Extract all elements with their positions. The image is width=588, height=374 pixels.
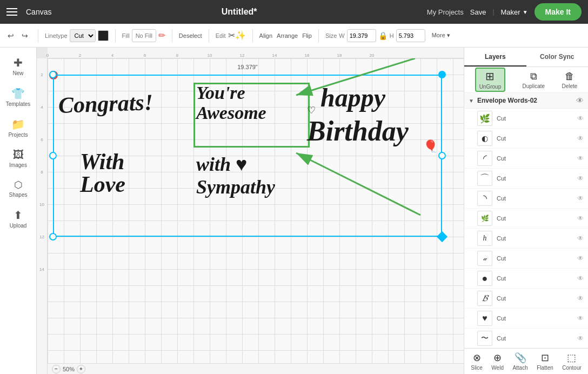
tab-layers[interactable]: Layers	[464, 48, 526, 66]
layer-name: Cut	[497, 115, 573, 122]
list-item[interactable]: ◜ Cut 👁	[464, 149, 588, 169]
sidebar-item-new[interactable]: ✚ New	[2, 52, 35, 81]
layer-eye-icon[interactable]: 👁	[577, 195, 584, 202]
canvas-label: Canvas	[26, 8, 51, 16]
list-item[interactable]: ◝ Cut 👁	[464, 189, 588, 209]
upload-label: Upload	[10, 223, 27, 229]
tab-color-sync[interactable]: Color Sync	[526, 48, 589, 66]
handle-middle-left[interactable]	[49, 152, 57, 159]
list-item[interactable]: 𝓑 Cut 👁	[464, 289, 588, 309]
save-button[interactable]: Save	[470, 8, 486, 16]
list-item[interactable]: 〜 Cut 👁	[464, 329, 588, 348]
edit-button[interactable]: ✂✨	[228, 30, 246, 41]
color-swatch[interactable]	[98, 30, 109, 41]
heart-decoration: ♡	[307, 104, 316, 116]
toolbar-divider-5	[252, 29, 253, 42]
handle-top-left[interactable]	[49, 71, 57, 78]
handle-top-right[interactable]	[438, 71, 446, 78]
layer-eye-icon[interactable]: 👁	[577, 255, 584, 262]
layer-name: Cut	[497, 215, 573, 222]
redo-button[interactable]: ↪	[18, 29, 31, 42]
pencil-icon[interactable]: ✏	[158, 30, 165, 41]
layer-eye-icon[interactable]: 👁	[577, 115, 584, 122]
undo-button[interactable]: ↩	[4, 29, 17, 42]
dimension-label: 19.379"	[237, 64, 258, 70]
height-input[interactable]	[396, 29, 425, 42]
arrange-button[interactable]: Arrange	[277, 32, 298, 39]
handle-bottom-left[interactable]	[49, 233, 57, 241]
list-item[interactable]: ◐ Cut 👁	[464, 129, 588, 149]
lock-icon[interactable]: 🔒	[378, 31, 387, 40]
list-item[interactable]: ⌒ Cut 👁	[464, 169, 588, 189]
zoom-out-button[interactable]: −	[52, 365, 61, 373]
canvas-selection[interactable]: ✕ 19.379" Congrats! You'reAwesome happy …	[53, 75, 442, 237]
handle-middle-right[interactable]	[438, 152, 446, 159]
canvas-area[interactable]: 0 2 4 6 8 10 12 14 16 18 20 2 4 6 8 10 1…	[37, 48, 464, 374]
sidebar-item-templates[interactable]: 👕 Templates	[2, 83, 35, 111]
more-button[interactable]: More ▾	[432, 32, 450, 39]
sidebar-item-upload[interactable]: ⬆ Upload	[2, 204, 35, 233]
flip-button[interactable]: Flip	[302, 32, 312, 39]
delete-icon: 🗑	[565, 71, 574, 82]
zoom-in-button[interactable]: +	[77, 365, 85, 373]
layer-eye-icon[interactable]: 👁	[577, 315, 584, 322]
panel-ungroup-button[interactable]: ⊞ UnGroup	[475, 68, 506, 92]
fill-display[interactable]: No Fill	[132, 29, 156, 42]
maker-button[interactable]: Maker ▼	[501, 8, 528, 16]
slice-button[interactable]: ⊗ Slice	[469, 350, 485, 373]
ruler-mark: 2	[37, 72, 47, 77]
layer-name: Cut	[497, 175, 573, 182]
ruler-mark: 6	[144, 53, 146, 58]
layer-eye-icon[interactable]: 👁	[577, 235, 584, 242]
linetype-select[interactable]: Cut	[70, 29, 96, 42]
layer-eye-icon[interactable]: 👁	[577, 215, 584, 222]
layer-thumb: ◐	[477, 131, 492, 146]
attach-label: Attach	[512, 365, 527, 371]
layer-eye-icon[interactable]: 👁	[577, 335, 584, 342]
slice-icon: ⊗	[473, 352, 481, 364]
list-item[interactable]: 𝒶 Cut 👁	[464, 249, 588, 269]
panel-tabs: Layers Color Sync	[464, 48, 588, 67]
list-item[interactable]: 🌿 Cut 👁	[464, 209, 588, 229]
panel-delete-button[interactable]: 🗑 Delete	[562, 71, 577, 89]
templates-icon: 👕	[11, 87, 25, 100]
layer-eye-icon[interactable]: 👁	[577, 175, 584, 182]
list-item[interactable]: 🌿 Cut 👁	[464, 109, 588, 129]
my-projects-link[interactable]: My Projects	[427, 8, 464, 16]
canvas-workspace[interactable]: ✕ 19.379" Congrats! You'reAwesome happy …	[48, 58, 464, 363]
contour-label: Contour	[562, 365, 582, 371]
list-item[interactable]: h Cut 👁	[464, 229, 588, 249]
ruler-top: 0 2 4 6 8 10 12 14 16 18 20	[48, 48, 464, 58]
templates-label: Templates	[6, 101, 31, 107]
ruler-mark: 0	[46, 53, 49, 58]
layer-group-header[interactable]: ▼ Envelope Words-02 👁	[464, 93, 588, 109]
layer-thumb: ◜	[477, 151, 492, 166]
make-it-button[interactable]: Make It	[534, 3, 582, 21]
canvas-text-congrats: Congrats!	[58, 89, 153, 118]
hamburger-menu[interactable]	[6, 8, 17, 16]
layer-eye-icon[interactable]: 👁	[577, 135, 584, 142]
layer-eye-icon[interactable]: 👁	[577, 275, 584, 282]
layer-eye-icon[interactable]: 👁	[577, 155, 584, 162]
delete-label: Delete	[562, 83, 577, 89]
align-button[interactable]: Align	[259, 32, 272, 39]
panel-duplicate-button[interactable]: ⧉ Duplicate	[522, 71, 545, 89]
deselect-button[interactable]: Deselect	[179, 32, 202, 39]
projects-icon: 📁	[11, 118, 25, 131]
contour-button[interactable]: ⬚ Contour	[560, 350, 584, 373]
list-item[interactable]: ♥ Cut 👁	[464, 309, 588, 329]
ruler-mark: 10	[37, 202, 47, 207]
sidebar-item-images[interactable]: 🖼 Images	[2, 144, 35, 172]
list-item[interactable]: ● Cut 👁	[464, 269, 588, 289]
width-input[interactable]	[347, 29, 376, 42]
sidebar-item-shapes[interactable]: ⬡ Shapes	[2, 175, 35, 202]
attach-button[interactable]: 📎 Attach	[510, 350, 530, 373]
weld-button[interactable]: ⊕ Weld	[489, 350, 506, 373]
group-eye-icon[interactable]: 👁	[576, 96, 584, 105]
sidebar-item-projects[interactable]: 📁 Projects	[2, 113, 35, 142]
edit-label: Edit	[216, 32, 226, 39]
layers-list[interactable]: ▼ Envelope Words-02 👁 🌿 Cut 👁 ◐ Cut 👁 ◜ …	[464, 93, 588, 348]
flatten-button[interactable]: ⊡ Flatten	[534, 350, 556, 373]
layer-eye-icon[interactable]: 👁	[577, 295, 584, 302]
attach-icon: 📎	[514, 352, 526, 364]
